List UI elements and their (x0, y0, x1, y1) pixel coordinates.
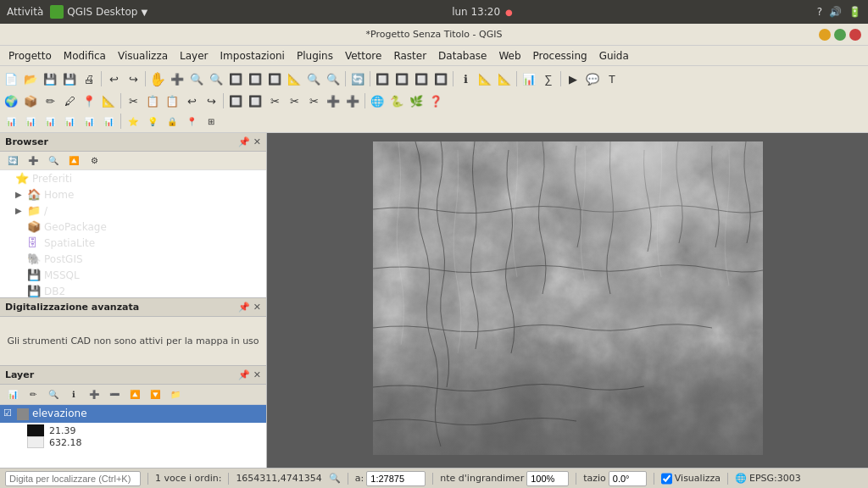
tb-help2[interactable]: ❓ (426, 92, 445, 110)
layer-metadata[interactable]: ℹ (64, 385, 83, 404)
browser-pin[interactable]: 📌 (238, 136, 250, 147)
tb-text[interactable]: T (603, 69, 621, 88)
menu-processing[interactable]: Processing (528, 48, 593, 64)
tb-zoom-out[interactable]: 🔍 (207, 69, 225, 88)
tb-comment[interactable]: 💬 (583, 69, 602, 88)
tb-digitize2[interactable]: 🔲 (246, 92, 264, 110)
menu-vettore[interactable]: Vettore (340, 48, 387, 64)
layer-add[interactable]: ➕ (85, 385, 103, 404)
tb-digitize3[interactable]: ✂ (265, 92, 284, 110)
tree-item-db2[interactable]: 💾 DB2 (0, 283, 266, 297)
tb-loc[interactable]: 📍 (182, 112, 201, 130)
tb-chart5[interactable]: 📊 (80, 112, 98, 130)
tb-chart2[interactable]: 📊 (21, 112, 40, 130)
menu-guida[interactable]: Guida (594, 48, 634, 64)
layer-pin[interactable]: 📌 (238, 369, 250, 380)
menu-progetto[interactable]: Progetto (3, 48, 57, 64)
tb-digitize4[interactable]: ✂ (285, 92, 303, 110)
tb-digitize1[interactable]: 🔲 (226, 92, 245, 110)
layer-edit[interactable]: ✏ (24, 385, 42, 404)
tb-save[interactable]: 💾 (41, 69, 59, 88)
tb-sum[interactable]: ∑ (539, 69, 558, 88)
tb-print[interactable]: 🖨 (80, 69, 98, 88)
rotation-input[interactable] (609, 471, 647, 486)
tb-grass[interactable]: 🌿 (407, 92, 426, 110)
tree-item-preferiti[interactable]: ⭐ Preferiti (0, 170, 266, 186)
tb-edit2[interactable]: 🖊 (60, 92, 79, 110)
tb-open[interactable]: 📂 (21, 69, 40, 88)
tb-pan[interactable]: ✋ (148, 69, 167, 88)
tb-node[interactable]: 📍 (80, 92, 98, 110)
tb-select-radius[interactable]: 🔲 (431, 69, 450, 88)
tb-chart6[interactable]: 📊 (99, 112, 118, 130)
activities-label[interactable]: Attività (7, 6, 43, 18)
tb-undo[interactable]: ↩ (104, 69, 123, 88)
tb-edit[interactable]: ✏ (41, 92, 59, 110)
tb-paste[interactable]: 📋 (163, 92, 181, 110)
menu-web[interactable]: Web (493, 48, 526, 64)
layer-filter[interactable]: 🔍 (44, 385, 63, 404)
tb-pan-to-selection[interactable]: ➕ (168, 69, 186, 88)
digit-close[interactable]: ✕ (253, 302, 261, 313)
tb-zoom-in[interactable]: 🔍 (187, 69, 206, 88)
tb-redo[interactable]: ↪ (124, 69, 142, 88)
menu-visualizza[interactable]: Visualizza (113, 48, 173, 64)
tb-star[interactable]: ⭐ (124, 112, 142, 130)
menu-layer[interactable]: Layer (175, 48, 213, 64)
tb-zoom-last[interactable]: 🔍 (304, 69, 323, 88)
tree-item-mssql[interactable]: 💾 MSSQL (0, 267, 266, 283)
layer-close[interactable]: ✕ (253, 369, 261, 380)
tb-measure-area[interactable]: 📐 (495, 69, 514, 88)
map-area[interactable] (267, 133, 868, 468)
tb-geopackage[interactable]: 📦 (21, 92, 40, 110)
tb-refresh[interactable]: 🔄 (348, 69, 367, 88)
tb-save-as[interactable]: 💾 (60, 69, 79, 88)
tb-measure[interactable]: 📐 (99, 92, 118, 110)
layer-remove[interactable]: ➖ (105, 385, 124, 404)
close-button[interactable] (849, 29, 861, 41)
tb-select-freehand[interactable]: 🔲 (412, 69, 431, 88)
tree-item-spatialite[interactable]: 🗄 SpatiaLite (0, 235, 266, 251)
render-checkbox[interactable] (661, 471, 672, 486)
help-icon[interactable]: ? (817, 6, 822, 18)
tb-grid[interactable]: ⊞ (202, 112, 220, 130)
tb-identify[interactable]: ℹ (456, 69, 475, 88)
minimize-button[interactable] (819, 29, 831, 41)
browser-close[interactable]: ✕ (253, 136, 261, 147)
tb-zoom-next[interactable]: 🔍 (324, 69, 342, 88)
tb-zoom-layer[interactable]: 🔲 (265, 69, 284, 88)
tb-zoom-full[interactable]: 🔲 (226, 69, 245, 88)
layer-open-attribute[interactable]: 📊 (3, 385, 22, 404)
menu-plugins[interactable]: Plugins (292, 48, 338, 64)
tb-digitize5[interactable]: ✂ (304, 92, 323, 110)
browser-refresh[interactable]: 🔄 (3, 152, 22, 170)
browser-add[interactable]: ➕ (24, 152, 42, 170)
tb-chart3[interactable]: 📊 (41, 112, 59, 130)
volume-icon[interactable]: 🔊 (829, 6, 842, 18)
tb-digitize7[interactable]: ➕ (343, 92, 362, 110)
tb-lock[interactable]: 🔒 (163, 112, 181, 130)
app-dropdown-icon[interactable]: ▼ (141, 8, 147, 17)
tb-copy[interactable]: 📋 (143, 92, 162, 110)
menu-modifica[interactable]: Modifica (58, 48, 111, 64)
layer-group[interactable]: 📁 (166, 385, 185, 404)
tb-redo2[interactable]: ↪ (202, 92, 220, 110)
layer-move-up[interactable]: 🔼 (125, 385, 144, 404)
maximize-button[interactable] (834, 29, 846, 41)
tb-chart4[interactable]: 📊 (60, 112, 79, 130)
tree-item-geopackage[interactable]: 📦 GeoPackage (0, 219, 266, 235)
tb-new[interactable]: 📄 (2, 69, 20, 88)
zoom-input[interactable] (526, 471, 569, 486)
tb-select-polygon[interactable]: 🔲 (392, 69, 411, 88)
tb-select-rect[interactable]: 🔲 (373, 69, 392, 88)
layer-item-elevazione[interactable]: ☑ elevazione (0, 405, 266, 423)
tree-item-home[interactable]: ▶ 🏠 Home (0, 186, 266, 202)
tree-item-postgis[interactable]: 🐘 PostGIS (0, 251, 266, 267)
menu-database[interactable]: Database (433, 48, 492, 64)
scale-input[interactable] (366, 471, 426, 486)
tb-run[interactable]: ▶ (564, 69, 582, 88)
tb-zoom-selection[interactable]: 🔲 (246, 69, 264, 88)
tb-zoom-native[interactable]: 📐 (285, 69, 303, 88)
tree-item-root[interactable]: ▶ 📁 / (0, 202, 266, 219)
tb-bulb[interactable]: 💡 (143, 112, 162, 130)
